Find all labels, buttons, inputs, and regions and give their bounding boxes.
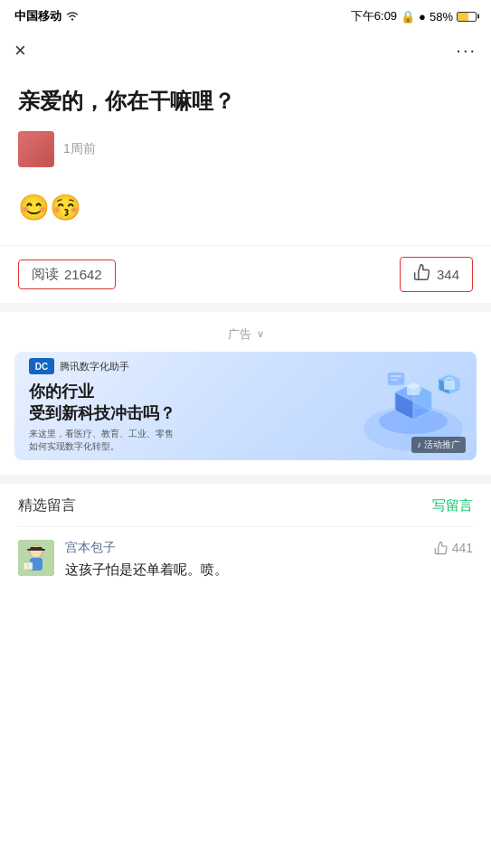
comment-body: 宫本包子 441 这孩子怕是还单着呢。喷。 [65, 540, 473, 580]
ad-subtext-line1: 来这里，看医疗、教育、工业、零售 [29, 428, 317, 440]
write-comment-button[interactable]: 写留言 [432, 497, 473, 514]
author-avatar [18, 131, 54, 167]
svg-line-17 [431, 386, 439, 392]
ad-banner[interactable]: DC 腾讯数字化助手 你的行业 受到新科技冲击吗？ 来这里，看医疗、教育、工业、… [14, 352, 477, 460]
like-icon [413, 263, 431, 286]
ad-logo-name: 腾讯数字化助手 [60, 360, 129, 373]
svg-rect-22 [27, 549, 45, 551]
ad-headline: 你的行业 受到新科技冲击吗？ [29, 382, 317, 424]
status-left: 中国移动 [14, 8, 80, 24]
close-button[interactable]: × [14, 41, 26, 61]
author-row: 1周前 [18, 131, 473, 167]
ad-logo-dc: DC [29, 358, 54, 374]
avatar-blur [18, 131, 54, 167]
read-count-box: 阅读 21642 [18, 259, 116, 289]
article-title: 亲爱的，你在干嘛哩？ [18, 86, 473, 117]
ad-badge: ♪ 活动推广 [411, 437, 466, 453]
battery-percent: 58% [430, 10, 453, 24]
comment-text: 这孩子怕是还单着呢。喷。 [65, 560, 473, 580]
ad-headline-line1: 你的行业 [29, 382, 317, 402]
carrier-label: 中国移动 [14, 8, 61, 24]
ad-badge-text: 活动推广 [424, 439, 460, 451]
comments-header: 精选留言 写留言 [18, 484, 473, 527]
comments-section: 精选留言 写留言 宫本包子 [0, 484, 491, 593]
like-box[interactable]: 344 [400, 257, 473, 292]
comments-title: 精选留言 [18, 496, 76, 515]
ad-subtext-line2: 如何实现数字化转型。 [29, 440, 317, 453]
ad-label-text: 广告 [228, 326, 251, 343]
read-count-label: 阅读 [32, 266, 59, 283]
read-count-number: 21642 [64, 267, 102, 282]
ad-label-row: 广告 ∨ [0, 321, 491, 352]
alert-icon: ● [419, 10, 426, 24]
status-bar: 中国移动 下午6:09 🔒 ● 58% [0, 0, 491, 33]
svg-point-0 [71, 18, 73, 20]
svg-rect-14 [391, 375, 401, 377]
article-content: 亲爱的，你在干嘛哩？ 1周前 [0, 68, 491, 167]
svg-rect-12 [444, 381, 455, 390]
ad-badge-icon: ♪ [417, 439, 421, 449]
comment-avatar [18, 540, 54, 576]
comment-header-row: 宫本包子 441 [65, 540, 473, 556]
status-right: 下午6:09 🔒 ● 58% [351, 8, 477, 24]
battery-fill [458, 13, 468, 21]
ad-subtext: 来这里，看医疗、教育、工业、零售 如何实现数字化转型。 [29, 428, 317, 453]
time-label: 下午6:09 [351, 8, 397, 24]
author-time: 1周前 [63, 141, 96, 157]
ad-banner-right: ♪ 活动推广 [332, 352, 477, 460]
emoji-content: 😊😚 [0, 189, 491, 245]
more-button[interactable]: ··· [456, 40, 477, 61]
battery-icon [457, 12, 477, 22]
ad-chevron-icon: ∨ [257, 328, 264, 340]
ad-section: 广告 ∨ DC 腾讯数字化助手 你的行业 受到新科技冲击吗？ 来这里，看医疗、教… [0, 312, 491, 460]
ad-logo-row: DC 腾讯数字化助手 [29, 358, 317, 374]
lock-icon: 🔒 [401, 10, 415, 24]
comments-divider [0, 475, 491, 484]
nav-bar: × ··· [0, 33, 491, 68]
ad-headline-line2: 受到新科技冲击吗？ [29, 403, 317, 424]
wifi-icon [65, 10, 80, 24]
comment-like[interactable]: 441 [434, 541, 473, 555]
comment-like-count: 441 [452, 541, 473, 555]
comment-author: 宫本包子 [65, 540, 116, 556]
like-number: 344 [437, 267, 459, 282]
comment-item: 宫本包子 441 这孩子怕是还单着呢。喷。 [18, 527, 473, 593]
ad-banner-left: DC 腾讯数字化助手 你的行业 受到新科技冲击吗？ 来这里，看医疗、教育、工业、… [14, 352, 332, 460]
stats-row: 阅读 21642 344 [0, 245, 491, 303]
section-divider [0, 303, 491, 312]
